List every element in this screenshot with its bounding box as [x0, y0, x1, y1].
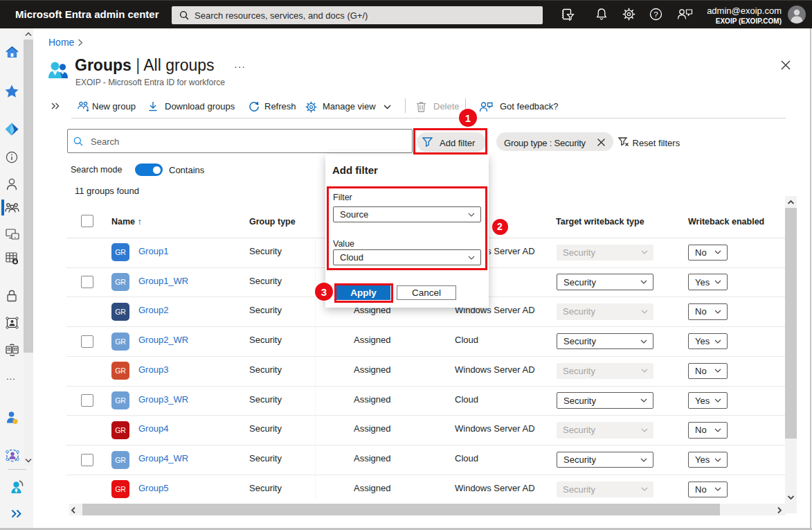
svg-text:?: ?: [653, 10, 658, 19]
